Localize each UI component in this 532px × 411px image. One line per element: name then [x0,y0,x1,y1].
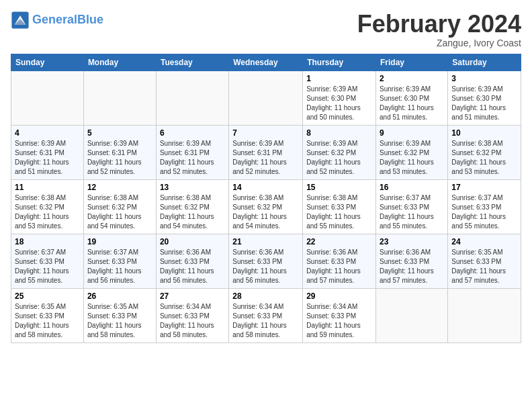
day-number: 3 [451,74,517,83]
calendar-cell: 28Sunrise: 6:34 AMSunset: 6:33 PMDayligh… [229,288,303,342]
header-saturday: Saturday [448,54,521,71]
day-number: 29 [306,291,372,301]
day-number: 18 [15,237,80,246]
title-area: February 2024 Zangue, Ivory Coast [357,11,521,48]
day-number: 22 [306,237,372,246]
calendar-cell [229,71,303,125]
day-info: Sunrise: 6:39 AMSunset: 6:30 PMDaylight:… [306,85,372,122]
day-info: Sunrise: 6:38 AMSunset: 6:32 PMDaylight:… [451,139,517,177]
calendar-cell: 19Sunrise: 6:37 AMSunset: 6:33 PMDayligh… [83,234,156,288]
calendar-cell: 18Sunrise: 6:37 AMSunset: 6:33 PMDayligh… [11,234,84,288]
calendar-week-1: 1Sunrise: 6:39 AMSunset: 6:30 PMDaylight… [11,71,521,125]
calendar-cell: 23Sunrise: 6:36 AMSunset: 6:33 PMDayligh… [376,234,448,288]
day-info: Sunrise: 6:36 AMSunset: 6:33 PMDaylight:… [380,248,444,285]
page-title: February 2024 [357,11,521,38]
calendar-cell: 9Sunrise: 6:39 AMSunset: 6:32 PMDaylight… [376,125,448,179]
calendar-cell: 27Sunrise: 6:34 AMSunset: 6:33 PMDayligh… [156,288,228,342]
calendar-cell: 11Sunrise: 6:38 AMSunset: 6:32 PMDayligh… [11,179,84,234]
calendar-cell: 25Sunrise: 6:35 AMSunset: 6:33 PMDayligh… [11,288,84,342]
calendar-cell: 4Sunrise: 6:39 AMSunset: 6:31 PMDaylight… [11,125,84,179]
day-number: 4 [15,128,80,138]
day-info: Sunrise: 6:35 AMSunset: 6:33 PMDaylight:… [87,302,152,340]
day-number: 15 [306,183,372,192]
calendar-cell: 20Sunrise: 6:36 AMSunset: 6:33 PMDayligh… [156,234,228,288]
calendar-header-row: SundayMondayTuesdayWednesdayThursdayFrid… [11,54,521,71]
day-number: 25 [15,291,80,301]
calendar-cell: 12Sunrise: 6:38 AMSunset: 6:32 PMDayligh… [83,179,156,234]
calendar-cell: 17Sunrise: 6:37 AMSunset: 6:33 PMDayligh… [448,179,521,234]
day-info: Sunrise: 6:34 AMSunset: 6:33 PMDaylight:… [160,302,225,340]
calendar-cell: 15Sunrise: 6:38 AMSunset: 6:33 PMDayligh… [303,179,376,234]
day-info: Sunrise: 6:37 AMSunset: 6:33 PMDaylight:… [15,248,80,285]
calendar-cell: 7Sunrise: 6:39 AMSunset: 6:31 PMDaylight… [229,125,303,179]
day-number: 12 [87,183,152,192]
logo-icon [11,11,30,30]
day-info: Sunrise: 6:38 AMSunset: 6:32 PMDaylight:… [15,193,80,231]
day-info: Sunrise: 6:39 AMSunset: 6:31 PMDaylight:… [15,139,80,177]
day-info: Sunrise: 6:39 AMSunset: 6:31 PMDaylight:… [87,139,152,177]
day-number: 11 [15,183,80,192]
day-info: Sunrise: 6:34 AMSunset: 6:33 PMDaylight:… [232,302,299,340]
calendar-cell: 10Sunrise: 6:38 AMSunset: 6:32 PMDayligh… [448,125,521,179]
day-info: Sunrise: 6:37 AMSunset: 6:33 PMDaylight:… [87,248,152,285]
calendar-cell: 26Sunrise: 6:35 AMSunset: 6:33 PMDayligh… [83,288,156,342]
logo-text: GeneralBlue [32,13,103,27]
header-wednesday: Wednesday [229,54,303,71]
header-friday: Friday [376,54,448,71]
page-subtitle: Zangue, Ivory Coast [357,38,521,48]
header-tuesday: Tuesday [156,54,228,71]
day-info: Sunrise: 6:39 AMSunset: 6:31 PMDaylight:… [232,139,299,177]
calendar-cell: 14Sunrise: 6:38 AMSunset: 6:32 PMDayligh… [229,179,303,234]
calendar-cell [83,71,156,125]
calendar-cell: 2Sunrise: 6:39 AMSunset: 6:30 PMDaylight… [376,71,448,125]
day-info: Sunrise: 6:38 AMSunset: 6:32 PMDaylight:… [232,193,299,231]
calendar-cell [156,71,228,125]
calendar-cell [376,288,448,342]
calendar-cell [11,71,84,125]
day-info: Sunrise: 6:38 AMSunset: 6:32 PMDaylight:… [87,193,152,231]
calendar-cell: 6Sunrise: 6:39 AMSunset: 6:31 PMDaylight… [156,125,228,179]
day-info: Sunrise: 6:39 AMSunset: 6:32 PMDaylight:… [380,139,444,177]
day-info: Sunrise: 6:36 AMSunset: 6:33 PMDaylight:… [160,248,225,285]
calendar-cell: 16Sunrise: 6:37 AMSunset: 6:33 PMDayligh… [376,179,448,234]
day-info: Sunrise: 6:39 AMSunset: 6:30 PMDaylight:… [380,85,444,122]
day-number: 6 [160,128,225,138]
day-info: Sunrise: 6:37 AMSunset: 6:33 PMDaylight:… [451,193,517,231]
calendar-cell: 24Sunrise: 6:35 AMSunset: 6:33 PMDayligh… [448,234,521,288]
day-number: 26 [87,291,152,301]
calendar-cell: 21Sunrise: 6:36 AMSunset: 6:33 PMDayligh… [229,234,303,288]
day-number: 7 [232,128,299,138]
day-number: 20 [160,237,225,246]
calendar-week-5: 25Sunrise: 6:35 AMSunset: 6:33 PMDayligh… [11,288,521,342]
day-number: 23 [380,237,444,246]
logo-general: General [32,13,77,26]
day-number: 2 [380,74,444,83]
day-number: 27 [160,291,225,301]
day-number: 10 [451,128,517,138]
day-info: Sunrise: 6:36 AMSunset: 6:33 PMDaylight:… [306,248,372,285]
calendar-week-4: 18Sunrise: 6:37 AMSunset: 6:33 PMDayligh… [11,234,521,288]
calendar-cell: 3Sunrise: 6:39 AMSunset: 6:30 PMDaylight… [448,71,521,125]
logo-blue: Blue [77,13,103,26]
day-info: Sunrise: 6:35 AMSunset: 6:33 PMDaylight:… [15,302,80,340]
day-number: 5 [87,128,152,138]
day-info: Sunrise: 6:38 AMSunset: 6:32 PMDaylight:… [160,193,225,231]
day-info: Sunrise: 6:35 AMSunset: 6:33 PMDaylight:… [451,248,517,285]
day-number: 13 [160,183,225,192]
day-number: 19 [87,237,152,246]
day-info: Sunrise: 6:34 AMSunset: 6:33 PMDaylight:… [306,302,372,340]
header-thursday: Thursday [303,54,376,71]
calendar-cell [448,288,521,342]
day-number: 21 [232,237,299,246]
calendar-week-2: 4Sunrise: 6:39 AMSunset: 6:31 PMDaylight… [11,125,521,179]
calendar-cell: 29Sunrise: 6:34 AMSunset: 6:33 PMDayligh… [303,288,376,342]
header-sunday: Sunday [11,54,84,71]
header-monday: Monday [83,54,156,71]
day-info: Sunrise: 6:36 AMSunset: 6:33 PMDaylight:… [232,248,299,285]
day-info: Sunrise: 6:39 AMSunset: 6:30 PMDaylight:… [451,85,517,122]
calendar-week-3: 11Sunrise: 6:38 AMSunset: 6:32 PMDayligh… [11,179,521,234]
calendar-cell: 22Sunrise: 6:36 AMSunset: 6:33 PMDayligh… [303,234,376,288]
calendar-cell: 1Sunrise: 6:39 AMSunset: 6:30 PMDaylight… [303,71,376,125]
calendar-table: SundayMondayTuesdayWednesdayThursdayFrid… [11,54,521,343]
day-info: Sunrise: 6:38 AMSunset: 6:33 PMDaylight:… [306,193,372,231]
